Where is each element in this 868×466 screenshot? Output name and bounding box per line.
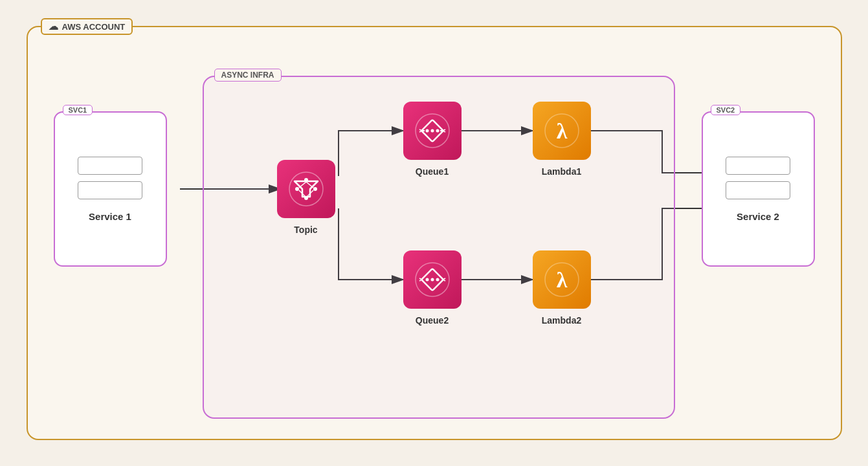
topic-label: Topic xyxy=(294,225,317,235)
svg-point-13 xyxy=(430,129,434,133)
svg-text:λ: λ xyxy=(556,268,567,292)
svg-point-1 xyxy=(289,172,323,206)
svg-point-12 xyxy=(425,129,428,133)
queue1-label: Queue1 xyxy=(416,166,449,177)
svg-point-19 xyxy=(436,278,439,282)
svg-line-7 xyxy=(306,182,313,188)
queue1-svg-icon xyxy=(413,111,452,150)
svc1-name: Service 1 xyxy=(89,211,131,222)
svg-line-6 xyxy=(299,182,306,188)
topic-svg-icon xyxy=(287,170,326,208)
svg-point-17 xyxy=(425,278,428,282)
queue2-svg-icon xyxy=(413,260,452,299)
cloud-icon: ☁ xyxy=(49,21,58,32)
svg-point-18 xyxy=(430,278,434,282)
queue2-label: Queue2 xyxy=(416,315,449,326)
queue2-icon-box: Queue2 xyxy=(403,250,462,309)
lambda1-label: Lambda1 xyxy=(542,166,581,177)
svg-point-14 xyxy=(436,129,439,133)
svc2-container: SVC2 Service 2 xyxy=(702,111,815,267)
svg-text:λ: λ xyxy=(556,119,567,143)
svc2-rect-1 xyxy=(726,157,790,175)
lambda1-icon-box: λ Lambda1 xyxy=(533,102,591,160)
svg-point-3 xyxy=(295,187,299,191)
svg-point-5 xyxy=(304,196,308,200)
svc2-name: Service 2 xyxy=(737,211,779,222)
lambda2-icon-box: λ Lambda2 xyxy=(533,250,591,309)
svc1-tag: SVC1 xyxy=(63,105,93,115)
queue1-icon-box: Queue1 xyxy=(403,102,462,160)
diagram-area: SVC1 Service 1 ASYNC INFRA xyxy=(41,40,828,426)
lambda2-label: Lambda2 xyxy=(542,315,581,326)
svg-point-2 xyxy=(304,178,308,182)
aws-account-label: ☁ AWS ACCOUNT xyxy=(41,18,133,35)
svc1-rect-2 xyxy=(78,181,142,199)
svc2-rect-2 xyxy=(726,181,790,199)
lambda1-svg-icon: λ xyxy=(542,111,581,150)
svc1-rect-1 xyxy=(78,157,142,175)
async-infra-label: ASYNC INFRA xyxy=(214,69,282,82)
aws-account-container: ☁ AWS ACCOUNT xyxy=(27,26,842,440)
svc1-container: SVC1 Service 1 xyxy=(54,111,167,267)
topic-icon-box: Topic xyxy=(277,160,335,218)
svg-point-4 xyxy=(313,187,317,191)
svc2-tag: SVC2 xyxy=(711,105,741,115)
lambda2-svg-icon: λ xyxy=(542,260,581,299)
